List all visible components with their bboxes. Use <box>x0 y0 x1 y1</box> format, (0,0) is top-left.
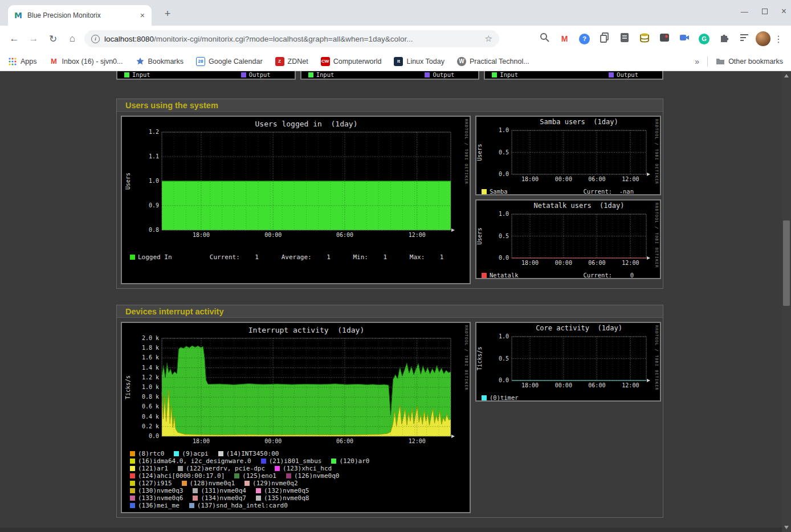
help-icon[interactable]: ? <box>578 33 590 45</box>
svg-text:1.1: 1.1 <box>149 153 159 159</box>
bookmark-item[interactable]: WPractical Technol... <box>457 57 529 66</box>
horizontal-scrollbar[interactable] <box>0 527 782 532</box>
clipped-network-graph[interactable]: InputOutput <box>300 71 480 80</box>
maximize-button[interactable] <box>762 9 768 14</box>
notes-icon[interactable] <box>618 33 630 45</box>
legend-item: (131)nvme0q4 <box>193 487 246 494</box>
interrupt-activity-graph[interactable]: Interrupt activity (1day)Ticks/s2.0 k1.8… <box>122 323 470 512</box>
legend-label: (135)nvme0q8 <box>264 494 309 502</box>
users-logged-in-graph[interactable]: Users logged in (1day)Users1.21.11.00.90… <box>122 117 470 283</box>
profile-avatar[interactable] <box>756 31 770 46</box>
core-chart-canvas: Core activity (1day)Ticks/s1.00.50.018:0… <box>476 323 660 389</box>
svg-text:0.0: 0.0 <box>499 171 509 177</box>
bookmark-item[interactable]: ltLinux Today <box>394 57 445 66</box>
legend-swatch <box>308 72 313 77</box>
legend-input: Input <box>124 71 150 78</box>
bookmark-item[interactable]: 28Google Calendar <box>196 57 263 66</box>
clipped-network-graph[interactable]: InputOutput <box>484 71 663 80</box>
other-bookmarks-button[interactable]: Other bookmarks <box>716 57 783 66</box>
svg-text:1.8 k: 1.8 k <box>142 345 159 351</box>
svg-text:18:00: 18:00 <box>193 232 210 238</box>
section-title: Users using the system <box>125 101 218 110</box>
svg-text:06:00: 06:00 <box>336 438 353 444</box>
svg-text:1.2 k: 1.2 k <box>142 374 159 380</box>
close-window-button[interactable]: × <box>781 6 786 17</box>
gmail-icon[interactable]: M <box>558 33 570 45</box>
forward-button[interactable]: → <box>24 29 43 48</box>
home-button[interactable]: ⌂ <box>63 29 82 48</box>
puzzle-icon-glyph <box>719 32 730 46</box>
legend-swatch <box>193 496 198 501</box>
reading-list-icon[interactable] <box>738 33 750 45</box>
svg-text:0.5: 0.5 <box>499 355 509 362</box>
svg-text:Ticks/s: Ticks/s <box>125 375 131 399</box>
new-tab-button[interactable]: + <box>161 7 174 21</box>
back-button[interactable]: ← <box>5 29 24 48</box>
netatalk-users-graph[interactable]: Netatalk users (1day)Users1.00.50.018:00… <box>476 200 660 278</box>
samba-users-graph[interactable]: Samba users (1day)Users1.00.50.018:0000:… <box>476 117 660 194</box>
legend-item: (121)ar1 <box>130 465 168 472</box>
core-activity-graph[interactable]: Core activity (1day)Ticks/s1.00.50.018:0… <box>476 323 660 400</box>
legend-swatch <box>130 488 135 493</box>
legend-output: Output <box>425 71 454 78</box>
tab-close-icon[interactable]: × <box>139 10 146 21</box>
scroll-down-arrow[interactable] <box>782 523 791 532</box>
minimize-button[interactable]: — <box>741 7 748 16</box>
netatalk-graph-frame: Netatalk users (1day)Users1.00.50.018:00… <box>475 199 661 279</box>
copy-icon[interactable] <box>598 33 610 45</box>
rrdtool-watermark: RRDTOOL / TOBI OETIKER <box>654 203 659 268</box>
bookmark-label: Computerworld <box>333 58 382 66</box>
bookmark-star-icon[interactable]: ☆ <box>485 34 492 44</box>
legend-swatch <box>193 488 198 493</box>
legend-item: (0)timer <box>482 394 519 400</box>
bookmark-item[interactable]: Bookmarks <box>136 57 184 66</box>
bookmark-label: Inbox (16) - sjvn0... <box>62 58 123 66</box>
legend-item: Netatalk <box>482 272 519 278</box>
browser-menu-icon[interactable]: ⋮ <box>770 34 786 44</box>
tab-monitorix[interactable]: M Blue Precision Monitorix × <box>8 5 152 26</box>
svg-text:M: M <box>14 11 22 20</box>
bookmark-item[interactable]: Apps <box>8 57 37 66</box>
legend-item: (127)i915 <box>130 480 172 487</box>
legend-swatch <box>178 466 183 471</box>
puzzle-icon[interactable] <box>718 33 730 45</box>
legend-swatch <box>174 451 179 456</box>
samba-graph-frame: Samba users (1day)Users1.00.50.018:0000:… <box>475 116 661 195</box>
camera-icon[interactable] <box>678 33 690 45</box>
interrupt-legend: (8)rtc0(9)acpi(14)INT3450:00(16)idma64.0… <box>122 450 470 509</box>
svg-text:18:00: 18:00 <box>193 438 210 444</box>
bookmarks-overflow-chevron[interactable]: » <box>695 57 699 66</box>
bookmark-item[interactable]: MInbox (16) - sjvn0... <box>50 57 123 66</box>
stack-icon[interactable] <box>638 33 650 45</box>
screenshot-icon[interactable] <box>658 33 670 45</box>
vertical-scrollbar[interactable] <box>782 71 791 532</box>
scroll-up-arrow[interactable] <box>782 71 791 80</box>
legend-label: (124)ahci[0000:00:17.0] <box>138 472 225 480</box>
reload-button[interactable]: ↻ <box>43 29 63 48</box>
users-legend: Logged In Current: 1 Average: 1 Min: 1 M… <box>122 253 470 261</box>
address-bar[interactable]: i localhost:8080/monitorix-cgi/monitorix… <box>84 30 499 47</box>
svg-text:12:00: 12:00 <box>622 382 639 388</box>
letter-circle-sm-icon: W <box>457 57 466 66</box>
legend-item: (122)aerdrv, pcie-dpc <box>178 465 265 472</box>
bookmark-item[interactable]: CWComputerworld <box>321 57 382 66</box>
svg-text:Netatalk users (1day): Netatalk users (1day) <box>534 202 625 210</box>
bookmark-item[interactable]: ZZDNet <box>275 57 308 66</box>
scrollbar-thumb[interactable] <box>783 220 790 306</box>
legend-label: Netatalk <box>490 272 519 278</box>
site-info-icon[interactable]: i <box>91 35 100 43</box>
search-icon[interactable] <box>539 33 551 45</box>
grammarly-icon[interactable]: G <box>698 33 710 45</box>
legend-swatch <box>130 481 135 486</box>
legend-label: (0)timer <box>490 394 519 400</box>
section-title: Devices interrupt activity <box>125 307 223 316</box>
rrdtool-watermark: RRDTOOL / TOBI OETIKER <box>654 119 659 185</box>
legend-swatch <box>244 481 250 486</box>
folder-icon <box>716 57 725 66</box>
legend-item: (124)ahci[0000:00:17.0] <box>130 472 225 480</box>
legend-row: (121)ar1(122)aerdrv, pcie-dpc(123)xhci_h… <box>130 465 470 472</box>
svg-text:1.0 k: 1.0 k <box>142 384 159 390</box>
legend-label: (130)nvme0q3 <box>138 487 183 494</box>
bookmark-items: AppsMInbox (16) - sjvn0...Bookmarks28Goo… <box>8 57 529 66</box>
clipped-network-graph[interactable]: InputOutput <box>116 71 296 80</box>
